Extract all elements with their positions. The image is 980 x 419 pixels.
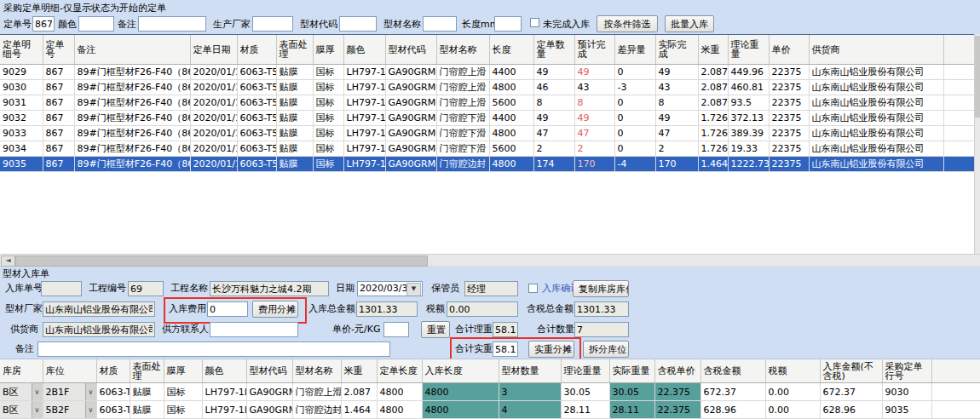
table-row[interactable]: B区∨5B2F∨6063-T5贴膜国标LH797-1LL0GA90GRM05门帘…	[0, 401, 980, 419]
split-location-button[interactable]: 拆分库位	[583, 341, 629, 358]
table-cell[interactable]: 672.37	[820, 383, 882, 401]
table-cell[interactable]: 门帘腔上滑	[436, 65, 489, 80]
color-input[interactable]	[78, 16, 114, 32]
table-cell[interactable]: 门帘腔边封	[436, 157, 489, 172]
table-cell[interactable]: 贴膜	[276, 65, 313, 80]
table-cell[interactable]: 贴膜	[130, 401, 164, 419]
table-cell[interactable]: LH797-1LL0	[343, 111, 385, 126]
batch-stock-in-button[interactable]: 批量入库	[665, 15, 714, 32]
table-cell[interactable]: 867	[43, 111, 74, 126]
date-field[interactable]: 2020/03/31 ▼	[357, 281, 423, 296]
tax-field[interactable]	[447, 301, 518, 317]
table-cell[interactable]: 贴膜	[130, 383, 164, 401]
table-cell[interactable]: 6063-T5	[237, 157, 276, 172]
table-cell[interactable]: LH797-1LL0	[343, 141, 385, 157]
table-cell[interactable]: 89#门框型材F26-F40（866*867）	[74, 141, 190, 157]
table-cell[interactable]: 2.087	[698, 95, 728, 111]
vertical-scrollbar[interactable]	[974, 34, 980, 254]
filter-by-condition-button[interactable]: 按条件筛选	[597, 15, 658, 32]
table-cell[interactable]: 国标	[313, 95, 343, 111]
table-cell[interactable]: 门帘腔下滑	[436, 141, 489, 157]
table-cell[interactable]: 门帘腔下滑	[436, 111, 489, 126]
table-cell[interactable]: GA90GRM04	[385, 141, 436, 157]
table-row[interactable]: 903186789#门框型材F26-F40（866*867）2020/01/13…	[0, 95, 974, 111]
table-cell[interactable]: 6063-T5	[96, 383, 130, 401]
table-cell[interactable]: 28.11	[609, 401, 654, 419]
table-cell[interactable]: 2020/01/13	[190, 80, 237, 95]
producer-input[interactable]	[252, 16, 293, 32]
table-cell[interactable]: 22375	[769, 111, 809, 126]
table-cell[interactable]: 2.087	[341, 383, 377, 401]
table-cell[interactable]: 1.726	[698, 111, 728, 126]
table-cell[interactable]: 89#门框型材F26-F40（866*867）	[74, 95, 190, 111]
table-row[interactable]: 903286789#门框型材F26-F40（866*867）2020/01/13…	[0, 111, 974, 126]
table-cell[interactable]: 门帘腔上滑	[436, 95, 489, 111]
table-cell[interactable]: 9030	[0, 80, 43, 95]
chevron-down-icon[interactable]: ∨	[32, 383, 43, 400]
table-cell[interactable]: LH797-1LL0	[343, 65, 385, 80]
table-cell[interactable]: LH797-1LL0	[343, 80, 385, 95]
table-cell[interactable]: 628.96	[700, 401, 765, 419]
table-cell[interactable]: 93.5	[728, 95, 769, 111]
table-cell[interactable]: GA90GRM04	[385, 111, 436, 126]
table-row[interactable]: 902986789#门框型材F26-F40（866*867）2020/01/13…	[0, 65, 974, 80]
chevron-down-icon[interactable]: ∨	[32, 401, 43, 418]
table-cell[interactable]: 6063-T5	[237, 126, 276, 141]
table-cell[interactable]: 山东南山铝业股份有限公司	[809, 80, 943, 95]
table-cell[interactable]: 49	[655, 111, 698, 126]
chevron-down-icon[interactable]: ∨	[85, 401, 96, 418]
table-cell[interactable]: 1.726	[698, 126, 728, 141]
table-cell[interactable]: 门帘腔上滑	[292, 383, 341, 401]
table-cell[interactable]: GA90GRM05	[385, 157, 436, 172]
table-cell[interactable]: 国标	[313, 111, 343, 126]
table-cell[interactable]: 2	[574, 141, 614, 157]
table-cell[interactable]: 46	[533, 80, 574, 95]
table-cell[interactable]: 贴膜	[276, 126, 313, 141]
fee-share-button[interactable]: 费用分摊	[252, 301, 298, 318]
combo-cell[interactable]: B区∨	[0, 383, 43, 401]
table-cell[interactable]: 867	[43, 126, 74, 141]
length-input[interactable]	[494, 16, 522, 32]
table-cell[interactable]: 30.05	[561, 383, 609, 401]
table-cell[interactable]: 867	[43, 65, 74, 80]
table-cell[interactable]: 山东南山铝业股份有限公司	[809, 141, 943, 157]
table-cell[interactable]: 山东南山铝业股份有限公司	[809, 65, 943, 80]
table-cell[interactable]: LH797-1LL0	[202, 401, 246, 419]
table-cell[interactable]: 9031	[0, 95, 43, 111]
table-row[interactable]: 903386789#门框型材F26-F40（866*867）2020/01/13…	[0, 126, 974, 141]
chevron-down-icon[interactable]: ∨	[85, 383, 96, 400]
table-cell[interactable]: 867	[43, 80, 74, 95]
horizontal-scrollbar[interactable]: ◄	[0, 254, 980, 266]
table-cell[interactable]: 3	[499, 383, 561, 401]
unfinished-checkbox[interactable]	[530, 18, 539, 27]
table-cell[interactable]: 9035	[882, 401, 931, 419]
table-row[interactable]: 903586789#门框型材F26-F40（866*867）2020/01/13…	[0, 157, 974, 172]
unit-price-field[interactable]	[383, 322, 409, 337]
table-cell[interactable]: 4800	[422, 401, 499, 419]
table-cell[interactable]: 1.464	[341, 401, 377, 419]
table-cell[interactable]: 30.05	[609, 383, 654, 401]
table-cell[interactable]: 4400	[489, 65, 533, 80]
table-cell[interactable]: 867	[43, 157, 74, 172]
table-cell[interactable]: 460.81	[728, 80, 769, 95]
scrollbar-thumb[interactable]	[15, 255, 428, 267]
table-cell[interactable]: 2020/01/13	[190, 141, 237, 157]
table-cell[interactable]: 4800	[377, 383, 422, 401]
table-cell[interactable]: 国标	[313, 126, 343, 141]
table-cell[interactable]: 89#门框型材F26-F40（866*867）	[74, 126, 190, 141]
table-cell[interactable]: 山东南山铝业股份有限公司	[809, 126, 943, 141]
table-cell[interactable]: 22375	[769, 157, 809, 172]
table-cell[interactable]: 2020/01/13	[190, 95, 237, 111]
table-cell[interactable]: 49	[574, 65, 614, 80]
table-cell[interactable]: 8	[533, 95, 574, 111]
table-cell[interactable]: 8	[655, 95, 698, 111]
table-cell[interactable]: 门帘腔上滑	[436, 80, 489, 95]
table-cell[interactable]: LH797-1LL0	[343, 126, 385, 141]
table-cell[interactable]: 9035	[0, 157, 43, 172]
table-cell[interactable]: 门帘腔下滑	[436, 126, 489, 141]
table-cell[interactable]: 2020/01/13	[190, 111, 237, 126]
table-cell[interactable]: -3	[614, 80, 655, 95]
date-dropdown-button[interactable]: ▼	[406, 283, 421, 296]
receipt-no-field[interactable]	[41, 281, 82, 296]
fee-field[interactable]	[207, 301, 248, 317]
